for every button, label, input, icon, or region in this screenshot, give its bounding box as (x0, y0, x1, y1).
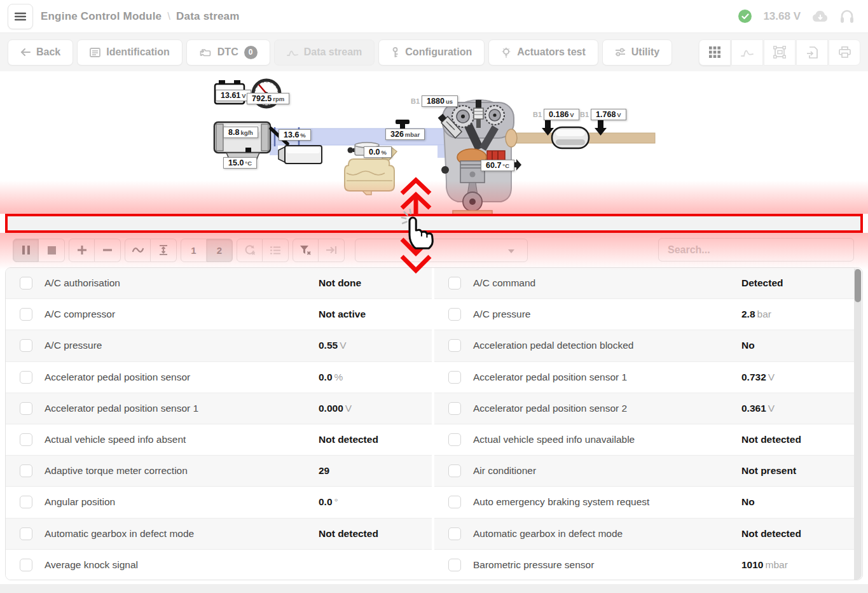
table-row: A/C pressure0.55V (6, 330, 432, 361)
connected-check-icon (738, 10, 752, 23)
view-mode-buttons (699, 39, 860, 66)
one-column-button[interactable]: 1 (181, 239, 207, 262)
stop-button[interactable] (39, 239, 65, 262)
table-scrollbar[interactable] (854, 269, 862, 580)
export-button[interactable] (796, 39, 828, 66)
select-list-button (263, 239, 289, 262)
tab-label: Utility (631, 46, 659, 58)
row-checkbox[interactable] (20, 339, 32, 352)
filter-clear-icon (300, 246, 311, 255)
parameter-name: Barometric pressure sensor (473, 559, 741, 571)
row-checkbox[interactable] (20, 496, 32, 508)
parameter-value: 0.0° (319, 496, 432, 508)
app-header: Engine Control Module \ Data stream 13.6… (0, 0, 868, 33)
tab-utility[interactable]: Utility (602, 39, 672, 66)
value: 0.55 (319, 340, 338, 351)
unit: V (242, 92, 245, 99)
row-checkbox[interactable] (448, 496, 461, 508)
graph-mode-button[interactable] (125, 239, 151, 262)
row-checkbox[interactable] (20, 402, 32, 415)
row-checkbox[interactable] (448, 339, 461, 352)
value: 1.768 (596, 110, 616, 119)
table-row: Actual vehicle speed info unavailableNot… (434, 424, 855, 456)
hamburger-menu-button[interactable] (8, 4, 33, 29)
tab-configuration[interactable]: Configuration (378, 39, 485, 66)
table-row: Accelerator pedal position sensor0.0% (6, 362, 432, 393)
value: 792.5 (252, 94, 272, 103)
value: 13.6 (284, 130, 299, 139)
chart-view-button[interactable] (731, 39, 763, 66)
table-row: Automatic gearbox in defect modeNot dete… (6, 519, 432, 550)
parameter-name: Automatic gearbox in defect mode (473, 528, 741, 540)
parameter-name: Adaptive torque meter correction (45, 465, 319, 477)
parameter-value: 0.361V (741, 403, 855, 414)
bank-tag: B1 (411, 97, 420, 105)
row-checkbox[interactable] (448, 559, 461, 571)
bank-tag: B1 (533, 111, 542, 118)
fit-screen-icon (773, 46, 786, 59)
fit-screen-button[interactable] (764, 39, 796, 66)
row-checkbox[interactable] (20, 527, 32, 540)
highlighted-splitter-bar[interactable] (5, 214, 863, 233)
add-button[interactable] (69, 239, 95, 262)
row-checkbox[interactable] (448, 371, 461, 384)
row-checkbox[interactable] (448, 464, 461, 477)
row-checkbox[interactable] (448, 277, 461, 290)
throttle-position-label: 13.6% (279, 129, 311, 141)
engine-diagram-illustration (0, 71, 868, 214)
row-checkbox[interactable] (20, 464, 32, 477)
value: 0.0 (319, 372, 333, 382)
parameter-name: A/C command (473, 277, 741, 289)
value: Not detected (741, 434, 801, 445)
value: 0.000 (319, 403, 343, 414)
header-status-area: 13.68 V (738, 9, 854, 24)
value: 15.0 (228, 158, 244, 167)
value: 1010 (741, 559, 763, 570)
parameter-name: Accelerator pedal position sensor 1 (473, 372, 741, 383)
remove-button[interactable] (95, 239, 121, 262)
scrollbar-thumb[interactable] (855, 269, 861, 302)
row-checkbox[interactable] (20, 371, 32, 384)
tab-dtc[interactable]: DTC 0 (186, 39, 270, 66)
row-height-button[interactable] (151, 239, 177, 262)
engine-icon (199, 48, 212, 57)
value: 60.7 (486, 161, 501, 170)
row-checkbox[interactable] (20, 277, 32, 290)
tab-actuators-test[interactable]: Actuators test (488, 39, 598, 66)
parameter-name: Auto emergency braking system request (473, 496, 741, 508)
unit: °C (245, 160, 252, 167)
row-checkbox[interactable] (448, 402, 461, 415)
tab-back[interactable]: Back (8, 39, 73, 66)
row-checkbox[interactable] (20, 433, 32, 446)
idle-actuator-icon (279, 146, 322, 164)
unit: % (300, 132, 305, 139)
engine-diagram: 13.61V 792.5rpm 8.8kg/h 15.0°C 13.6% 326… (0, 71, 868, 214)
parameter-table: A/C authorisationNot done A/C compressor… (5, 267, 863, 580)
tab-label: Back (36, 46, 60, 58)
parameter-value: 0.732V (741, 372, 855, 383)
print-button[interactable] (829, 39, 860, 66)
unit: ° (334, 496, 338, 507)
row-checkbox[interactable] (448, 527, 461, 540)
headset-icon[interactable] (840, 9, 854, 24)
row-checkbox[interactable] (448, 433, 461, 446)
search-input[interactable] (658, 238, 854, 262)
row-checkbox[interactable] (20, 559, 32, 571)
table-row: Actual vehicle speed info absentNot dete… (6, 424, 432, 456)
parameter-name: Acceleration pedal detection blocked (473, 340, 741, 351)
table-row: A/C compressorNot active (6, 299, 432, 330)
group-select-dropdown[interactable] (355, 239, 528, 262)
dtc-count-badge: 0 (244, 46, 258, 59)
pause-button[interactable] (13, 239, 39, 262)
cloud-download-icon[interactable] (812, 10, 829, 22)
clear-filter-button[interactable] (293, 239, 319, 262)
two-columns-button[interactable]: 2 (207, 239, 233, 262)
row-checkbox[interactable] (448, 308, 461, 321)
grid-view-button[interactable] (699, 39, 731, 66)
unit: V (617, 111, 621, 118)
row-checkbox[interactable] (20, 308, 32, 321)
tab-identification[interactable]: Identification (77, 39, 183, 66)
unit: kg/h (240, 129, 253, 136)
table-row: Average knock signal (6, 550, 432, 580)
parameter-value: 2.8bar (741, 309, 855, 320)
